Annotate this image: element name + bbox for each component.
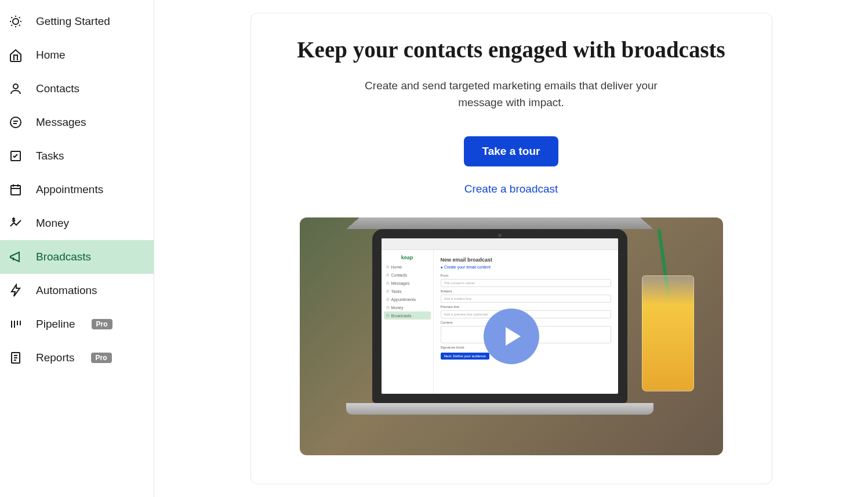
mini-title: New email broadcast xyxy=(441,257,611,263)
svg-point-9 xyxy=(13,84,18,89)
svg-point-0 xyxy=(13,19,19,24)
sidebar-item-home[interactable]: Home xyxy=(0,38,154,72)
sidebar-item-label: Messages xyxy=(36,116,86,129)
sidebar-item-label: Getting Started xyxy=(36,15,110,28)
sidebar-item-broadcasts[interactable]: Broadcasts xyxy=(0,240,154,274)
play-icon xyxy=(484,309,539,364)
video-thumbnail[interactable]: keap Home Contacts Messages Tasks Appoin… xyxy=(300,217,723,455)
create-broadcast-link[interactable]: Create a broadcast xyxy=(280,183,743,195)
mini-step: ● Create your email content xyxy=(441,265,611,269)
sidebar-item-getting-started[interactable]: Getting Started xyxy=(0,5,154,38)
page-subtitle: Create and send targeted marketing email… xyxy=(349,78,674,111)
sidebar-item-appointments[interactable]: Appointments xyxy=(0,173,154,206)
main-content: Keep your contacts engaged with broadcas… xyxy=(154,0,868,497)
svg-line-5 xyxy=(12,17,13,19)
calendar-icon xyxy=(8,182,23,197)
sidebar-item-label: Home xyxy=(36,49,66,61)
automation-icon xyxy=(8,283,23,298)
contacts-icon xyxy=(8,81,23,96)
sidebar-item-label: Contacts xyxy=(36,82,79,95)
sidebar: Getting Started Home Contacts Messages T… xyxy=(0,0,154,497)
messages-icon xyxy=(8,115,23,130)
home-icon xyxy=(8,48,23,63)
lightbulb-icon xyxy=(8,14,23,29)
svg-rect-14 xyxy=(11,186,20,195)
pipeline-icon xyxy=(8,317,23,332)
sidebar-item-label: Appointments xyxy=(36,183,103,196)
sidebar-item-tasks[interactable]: Tasks xyxy=(0,139,154,173)
onboarding-card: Keep your contacts engaged with broadcas… xyxy=(250,13,772,484)
sidebar-item-label: Tasks xyxy=(36,150,64,162)
sidebar-item-messages[interactable]: Messages xyxy=(0,106,154,139)
sidebar-item-money[interactable]: $ Money xyxy=(0,206,154,240)
pro-badge: Pro xyxy=(91,353,112,363)
mini-brand: keap xyxy=(384,253,431,263)
sidebar-item-label: Broadcasts xyxy=(36,251,91,263)
sidebar-item-label: Reports xyxy=(36,351,75,364)
sidebar-item-pipeline[interactable]: Pipeline Pro xyxy=(0,307,154,341)
broadcast-icon xyxy=(8,249,23,264)
svg-line-8 xyxy=(19,25,20,26)
svg-line-6 xyxy=(19,17,20,19)
sidebar-item-automations[interactable]: Automations xyxy=(0,274,154,307)
pro-badge: Pro xyxy=(92,319,112,329)
svg-point-10 xyxy=(10,117,21,128)
tasks-icon xyxy=(8,148,23,164)
svg-text:$: $ xyxy=(12,217,15,223)
money-icon: $ xyxy=(8,216,23,231)
sidebar-item-label: Pipeline xyxy=(36,318,75,331)
sidebar-item-reports[interactable]: Reports Pro xyxy=(0,341,154,375)
sidebar-item-label: Money xyxy=(36,217,69,230)
reports-icon xyxy=(8,350,23,365)
sidebar-item-label: Automations xyxy=(36,284,97,297)
svg-line-7 xyxy=(12,25,13,26)
take-tour-button[interactable]: Take a tour xyxy=(464,136,559,166)
sidebar-item-contacts[interactable]: Contacts xyxy=(0,72,154,106)
page-title: Keep your contacts engaged with broadcas… xyxy=(280,37,743,63)
